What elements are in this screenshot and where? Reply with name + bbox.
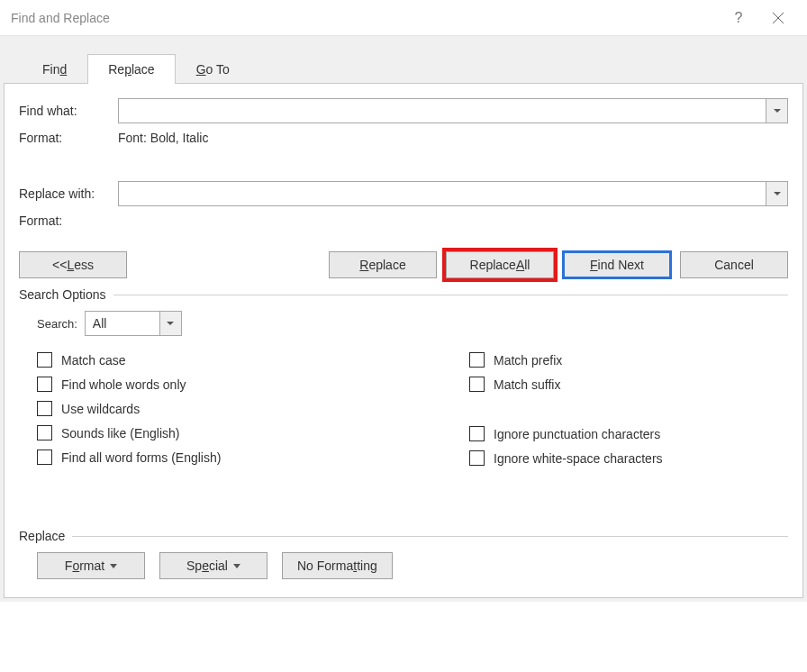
find-what-input[interactable] (119, 99, 766, 123)
tab-find[interactable]: Find (22, 54, 87, 84)
checkbox-icon (37, 450, 52, 465)
tab-bar: Find Replace Go To (22, 52, 803, 83)
check-ignore-punctuation[interactable]: Ignore punctuation characters (469, 426, 663, 441)
titlebar: Find and Replace ? (0, 0, 807, 36)
cancel-button[interactable]: Cancel (680, 251, 788, 278)
search-options-section: Search Options Search: All Match case Fi… (19, 287, 788, 475)
dialog-body: Find Replace Go To Find what: Format: Fo… (0, 36, 807, 602)
find-format-label: Format: (19, 131, 118, 145)
checkbox-icon (37, 401, 52, 416)
find-what-label: Find what: (19, 104, 118, 118)
find-what-combo[interactable] (118, 98, 788, 123)
replace-with-label: Replace with: (19, 186, 118, 201)
help-icon[interactable]: ? (719, 0, 758, 36)
find-format-value: Font: Bold, Italic (118, 131, 208, 145)
chevron-down-icon (167, 322, 174, 325)
search-direction-dropdown-button[interactable] (159, 312, 181, 335)
checkbox-icon (469, 426, 485, 441)
check-ignore-whitespace[interactable]: Ignore white-space characters (469, 450, 663, 466)
chevron-down-icon (774, 192, 781, 195)
chevron-down-icon (774, 109, 781, 113)
replace-button[interactable]: Replace (329, 251, 437, 278)
caret-down-icon (110, 564, 117, 568)
replace-with-input[interactable] (119, 182, 766, 205)
window-title: Find and Replace (11, 11, 719, 25)
tab-goto[interactable]: Go To (176, 54, 250, 84)
replace-format-legend: Replace (19, 529, 65, 543)
check-match-suffix[interactable]: Match suffix (469, 377, 663, 392)
replace-format-label: Format: (19, 213, 118, 228)
options-right-column: Match prefix Match suffix Ignore punctua… (469, 352, 663, 475)
replace-panel: Find what: Format: Font: Bold, Italic Re… (4, 83, 803, 598)
replace-with-dropdown-button[interactable] (766, 182, 787, 205)
search-direction-combo[interactable]: All (85, 311, 182, 336)
find-next-button[interactable]: Find Next (563, 251, 671, 278)
find-what-dropdown-button[interactable] (766, 99, 787, 123)
checkbox-icon (469, 377, 485, 392)
less-button[interactable]: << Less (19, 251, 127, 278)
checkbox-icon (37, 377, 52, 392)
special-button[interactable]: Special (159, 552, 267, 579)
checkbox-icon (469, 450, 485, 466)
check-word-forms[interactable]: Find all word forms (English) (37, 450, 469, 465)
search-direction-value: All (86, 316, 159, 331)
caret-down-icon (233, 564, 240, 568)
check-match-case[interactable]: Match case (37, 352, 469, 368)
replace-with-combo[interactable] (118, 181, 788, 206)
close-icon[interactable] (758, 0, 798, 36)
check-sounds-like[interactable]: Sounds like (English) (37, 425, 469, 440)
checkbox-icon (469, 352, 485, 368)
options-left-column: Match case Find whole words only Use wil… (37, 352, 469, 475)
checkbox-icon (37, 352, 52, 368)
replace-all-button[interactable]: Replace All (446, 251, 554, 278)
no-formatting-button[interactable]: No Formatting (282, 552, 393, 579)
checkbox-icon (37, 425, 52, 440)
format-button[interactable]: Format (37, 552, 145, 579)
search-options-legend: Search Options (19, 287, 106, 302)
search-direction-label: Search: (37, 317, 77, 331)
check-whole-words[interactable]: Find whole words only (37, 377, 469, 392)
check-wildcards[interactable]: Use wildcards (37, 401, 469, 416)
tab-replace[interactable]: Replace (87, 54, 175, 84)
replace-format-section: Replace Format Special No Formatting (19, 529, 788, 579)
check-match-prefix[interactable]: Match prefix (469, 352, 663, 368)
